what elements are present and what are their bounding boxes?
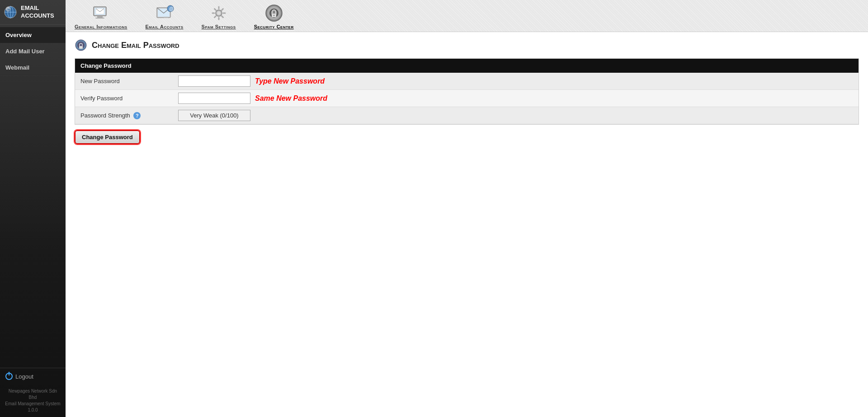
change-password-button[interactable]: Change Password <box>75 130 140 144</box>
svg-rect-34 <box>79 46 83 49</box>
svg-point-17 <box>217 11 221 15</box>
new-password-hint: Type New Password <box>255 77 325 85</box>
svg-line-24 <box>222 9 223 10</box>
sidebar-item-webmail[interactable]: Webmail <box>0 60 66 76</box>
svg-rect-8 <box>97 16 103 18</box>
page-title-section: Change Email Password <box>75 39 859 52</box>
page-title: Change Email Password <box>92 41 179 50</box>
sidebar-item-overview[interactable]: Overview <box>0 27 66 43</box>
app-title: Email Accounts <box>21 5 54 20</box>
password-strength-row: Password Strength ? Very Weak (0/100) <box>75 107 859 124</box>
top-navigation: General Informations @ Email Accounts <box>66 0 868 32</box>
svg-line-25 <box>214 16 216 18</box>
sidebar: ✉ Email Accounts Overview Add Mail User … <box>0 0 66 417</box>
app-logo-icon: ✉ <box>4 5 17 19</box>
new-password-field: Type New Password <box>175 73 859 89</box>
nav-label-general-informations: General Informations <box>75 24 127 29</box>
svg-rect-9 <box>95 18 104 19</box>
nav-item-email-accounts[interactable]: @ Email Accounts <box>146 2 184 29</box>
svg-rect-13 <box>164 17 168 18</box>
new-password-row: New Password Type New Password <box>75 73 859 90</box>
svg-line-22 <box>214 9 216 10</box>
svg-text:@: @ <box>169 6 174 11</box>
email-accounts-icon: @ <box>154 2 175 24</box>
content-area: Change Email Password Change Password Ne… <box>66 32 868 417</box>
password-strength-value: Very Weak (0/100) <box>178 110 250 121</box>
svg-text:✉: ✉ <box>7 8 10 11</box>
nav-label-email-accounts: Email Accounts <box>146 24 184 29</box>
security-center-icon <box>263 2 285 24</box>
sidebar-logo: ✉ Email Accounts <box>0 0 66 25</box>
verify-password-field: Same New Password <box>175 90 859 107</box>
verify-password-input[interactable] <box>178 93 250 104</box>
logout-button[interactable]: Logout <box>0 368 66 384</box>
sidebar-footer: Newpages Network Sdn BhdEmail Management… <box>0 384 66 417</box>
nav-label-security-center: Security Center <box>254 24 294 29</box>
main-area: General Informations @ Email Accounts <box>66 0 868 417</box>
nav-item-general-informations[interactable]: General Informations <box>75 2 127 29</box>
password-strength-help-icon[interactable]: ? <box>133 112 141 119</box>
nav-item-security-center[interactable]: Security Center <box>254 2 294 29</box>
svg-line-23 <box>222 16 223 18</box>
verify-password-label: Verify Password <box>75 91 175 105</box>
power-icon <box>5 373 13 380</box>
new-password-input[interactable] <box>178 75 250 87</box>
sidebar-item-add-mail-user[interactable]: Add Mail User <box>0 43 66 60</box>
general-informations-icon <box>90 2 112 24</box>
password-strength-label: Password Strength ? <box>75 108 175 123</box>
nav-item-spam-settings[interactable]: Spam Settings <box>202 2 236 29</box>
svg-point-31 <box>273 15 274 16</box>
sidebar-nav: Overview Add Mail User Webmail <box>0 27 66 76</box>
change-password-form: Change Password New Password Type New Pa… <box>75 58 859 125</box>
logout-label: Logout <box>15 373 33 380</box>
verify-password-row: Verify Password Same New Password <box>75 90 859 107</box>
page-title-icon <box>75 39 87 52</box>
form-header: Change Password <box>75 59 859 73</box>
verify-password-hint: Same New Password <box>255 94 327 103</box>
new-password-label: New Password <box>75 74 175 88</box>
password-strength-field: Very Weak (0/100) <box>175 107 859 124</box>
nav-label-spam-settings: Spam Settings <box>202 24 236 29</box>
spam-settings-icon <box>208 2 230 24</box>
